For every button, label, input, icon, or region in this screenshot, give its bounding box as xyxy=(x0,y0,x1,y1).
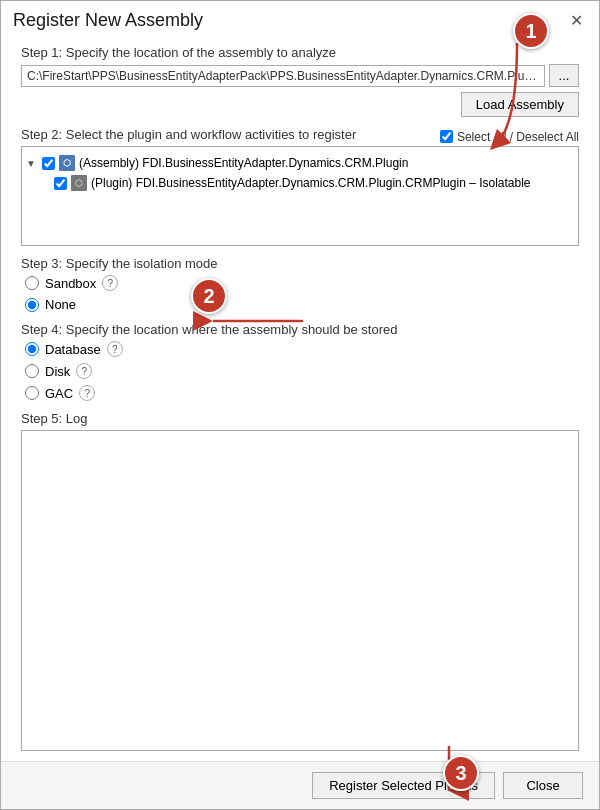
close-icon-button[interactable]: ✕ xyxy=(565,9,587,31)
none-radio[interactable] xyxy=(25,298,39,312)
plugin-icon: ⬡ xyxy=(71,175,87,191)
dialog: 1 Register New Assembly ✕ Step 1: Specif… xyxy=(0,0,600,810)
step4-label: Step 4: Specify the location where the a… xyxy=(21,322,579,337)
sandbox-row: Sandbox ? xyxy=(25,275,579,291)
register-plugins-button[interactable]: Register Selected Plugins xyxy=(312,772,495,799)
none-label[interactable]: None xyxy=(45,297,76,312)
step1-section: Step 1: Specify the location of the asse… xyxy=(21,45,579,117)
title-bar: Register New Assembly ✕ xyxy=(1,1,599,35)
sandbox-radio[interactable] xyxy=(25,276,39,290)
footer: Register Selected Plugins Close xyxy=(1,761,599,809)
disk-row: Disk ? xyxy=(25,363,579,379)
tree-row-assembly: ▼ ⬡ (Assembly) FDI.BusinessEntityAdapter… xyxy=(26,153,574,173)
step1-label: Step 1: Specify the location of the asse… xyxy=(21,45,579,60)
step2-section: Step 2: Select the plugin and workflow a… xyxy=(21,127,579,246)
content-area: Step 1: Specify the location of the asse… xyxy=(1,35,599,761)
sandbox-help-icon[interactable]: ? xyxy=(102,275,118,291)
load-assembly-button[interactable]: Load Assembly xyxy=(461,92,579,117)
plugin-label: (Plugin) FDI.BusinessEntityAdapter.Dynam… xyxy=(91,176,531,190)
gac-row: GAC ? xyxy=(25,385,579,401)
isolation-mode-group: Sandbox ? None xyxy=(21,275,579,312)
tree-row-plugin: ⬡ (Plugin) FDI.BusinessEntityAdapter.Dyn… xyxy=(26,173,574,193)
select-all-checkbox[interactable] xyxy=(440,130,453,143)
database-radio[interactable] xyxy=(25,342,39,356)
step3-label: Step 3: Specify the isolation mode xyxy=(21,256,579,271)
tree-checkbox-assembly[interactable] xyxy=(42,157,55,170)
step2-label: Step 2: Select the plugin and workflow a… xyxy=(21,127,356,142)
assembly-path-input[interactable] xyxy=(21,65,545,87)
database-help-icon[interactable]: ? xyxy=(107,341,123,357)
disk-radio[interactable] xyxy=(25,364,39,378)
step4-section: Step 4: Specify the location where the a… xyxy=(21,322,579,401)
select-all-label[interactable]: Select All / Deselect All xyxy=(440,130,579,144)
gac-label[interactable]: GAC xyxy=(45,386,73,401)
disk-label[interactable]: Disk xyxy=(45,364,70,379)
step5-section: Step 5: Log 3 xyxy=(21,411,579,751)
disk-help-icon[interactable]: ? xyxy=(76,363,92,379)
dialog-title: Register New Assembly xyxy=(13,10,203,31)
gac-radio[interactable] xyxy=(25,386,39,400)
assembly-label: (Assembly) FDI.BusinessEntityAdapter.Dyn… xyxy=(79,156,408,170)
plugin-tree: ▼ ⬡ (Assembly) FDI.BusinessEntityAdapter… xyxy=(21,146,579,246)
tree-checkbox-plugin[interactable] xyxy=(54,177,67,190)
expander-icon[interactable]: ▼ xyxy=(26,158,38,169)
log-box xyxy=(21,430,579,751)
database-row: Database ? xyxy=(25,341,579,357)
step3-section: Step 3: Specify the isolation mode Sandb… xyxy=(21,256,579,312)
storage-location-group: Database ? Disk ? GAC ? xyxy=(21,341,579,401)
assembly-icon: ⬡ xyxy=(59,155,75,171)
browse-button[interactable]: ... xyxy=(549,64,579,87)
sandbox-label[interactable]: Sandbox xyxy=(45,276,96,291)
none-row: None xyxy=(25,297,579,312)
database-label[interactable]: Database xyxy=(45,342,101,357)
close-button[interactable]: Close xyxy=(503,772,583,799)
step5-label: Step 5: Log xyxy=(21,411,579,426)
gac-help-icon[interactable]: ? xyxy=(79,385,95,401)
